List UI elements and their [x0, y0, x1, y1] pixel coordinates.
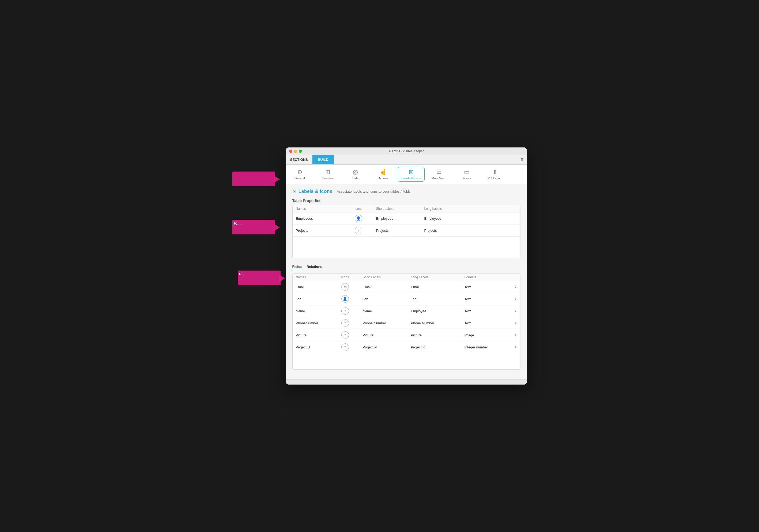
row-icon-cell[interactable]: 👤 — [355, 215, 376, 222]
fields-table-container: Names Icons Short Labels Long Labels For… — [292, 274, 520, 369]
toolbar-actions[interactable]: ☝ Actions — [370, 167, 397, 182]
field-long-label: Picture — [411, 333, 464, 337]
window-title: 4D for iOS: Time Keeper — [389, 149, 424, 153]
tab-relations[interactable]: Relations — [306, 264, 322, 270]
close-button[interactable] — [289, 150, 292, 153]
toolbar-forms-label: Forms — [462, 177, 471, 180]
field-long-label: Employee — [411, 309, 464, 313]
fields-row[interactable]: Picture ? Picture Picture Image ▲ ▼ — [293, 329, 520, 341]
field-name: Job — [296, 297, 341, 301]
table-row[interactable]: Projects ? Projects Projects — [293, 224, 520, 237]
table-properties-title: Table Properties — [292, 199, 520, 203]
toolbar-structure[interactable]: ⊞ Structure — [314, 167, 341, 182]
fcol-formats: Formats — [464, 275, 517, 279]
traffic-lights — [289, 150, 302, 153]
toolbar-data[interactable]: ◎ Data — [342, 167, 369, 182]
field-icon-cell[interactable]: ? — [341, 331, 363, 339]
format-text: Text — [464, 297, 471, 301]
field-icon-cell[interactable]: ✉ — [341, 283, 363, 291]
upload-icon[interactable]: ⬆ — [520, 157, 524, 162]
format-text: Text — [464, 321, 471, 325]
field-format[interactable]: Text ▲ ▼ — [464, 321, 517, 325]
actions-icon: ☝ — [380, 169, 387, 175]
format-text: Image — [464, 333, 474, 337]
publishing-icon: ⬆ — [492, 169, 497, 175]
person-icon: 👤 — [355, 215, 362, 222]
row-name: Employees — [296, 216, 355, 220]
toolbar-structure-label: Structure — [322, 177, 334, 180]
toolbar-publishing[interactable]: ⬆ Publishing — [481, 167, 508, 182]
field-long-label: Job — [411, 297, 464, 301]
minimize-button[interactable] — [294, 150, 297, 153]
nav-sections[interactable]: SECTIONS — [286, 155, 312, 164]
format-text: Integer number — [464, 345, 488, 349]
row-icon-cell[interactable]: ? — [355, 227, 376, 234]
field-format[interactable]: Text ▲ ▼ — [464, 309, 517, 313]
forms-icon: ▭ — [464, 169, 470, 175]
nav-build[interactable]: BUILD — [312, 155, 334, 164]
field-name: Name — [296, 309, 341, 313]
field-short-label: Email — [363, 285, 411, 289]
field-icon-cell[interactable]: ? — [341, 343, 363, 351]
format-stepper[interactable]: ▲ ▼ — [515, 321, 517, 325]
toolbar-general-label: General — [295, 177, 305, 180]
field-short-label: Picture — [363, 333, 411, 337]
field-name: ProjectID — [296, 345, 341, 349]
fcol-short-labels: Short Labels — [363, 275, 411, 279]
toolbar-data-label: Data — [352, 177, 358, 180]
maximize-button[interactable] — [299, 150, 302, 153]
field-format[interactable]: Text ▲ ▼ — [464, 285, 517, 289]
row-name: Projects — [296, 229, 355, 233]
format-stepper[interactable]: ▲ ▼ — [515, 309, 517, 313]
fcol-names: Names — [296, 275, 341, 279]
fields-row[interactable]: Job 👤 Job Job Text ▲ ▼ — [293, 293, 520, 305]
format-stepper[interactable]: ▲ ▼ — [515, 333, 517, 337]
field-short-label: Phone Number — [363, 321, 411, 325]
toolbar-main-menu[interactable]: ☰ Main Menu — [426, 167, 453, 182]
bottom-bar — [286, 379, 527, 385]
page-header: ⊠ Labels & Icons Associate labels and ic… — [292, 188, 520, 194]
fields-empty-space — [293, 353, 520, 369]
fields-row[interactable]: PhoneNumber ? Phone Number Phone Number … — [293, 317, 520, 329]
toolbar: ⚙ General ⊞ Structure ◎ Data ☝ Actions ⊠ — [286, 165, 527, 184]
tab-fields[interactable]: Fields — [292, 264, 302, 270]
field-format[interactable]: Integer number ▲ ▼ — [464, 345, 517, 349]
nav-right: ⬆ — [520, 155, 527, 164]
field-format[interactable]: Text ▲ ▼ — [464, 297, 517, 301]
format-text: Text — [464, 285, 471, 289]
fields-row[interactable]: ProjectID ? Project id Project id Intege… — [293, 341, 520, 353]
table-properties-container: Names Icons Short Labels Long Labels Emp… — [292, 205, 520, 258]
field-icon-cell[interactable]: ? — [341, 319, 363, 327]
fields-row[interactable]: Name ? Name Employee Text ▲ ▼ — [293, 305, 520, 317]
field-icon-cell[interactable]: ? — [341, 307, 363, 315]
email-icon: ✉ — [341, 283, 349, 291]
toolbar-forms[interactable]: ▭ Forms — [454, 167, 480, 182]
format-text: Text — [464, 309, 471, 313]
field-icon-cell[interactable]: 👤 — [341, 295, 363, 303]
fcol-long-labels: Long Labels — [411, 275, 464, 279]
row-long-label: Employees — [424, 216, 517, 220]
field-name: Email — [296, 285, 341, 289]
question-icon: ? — [341, 307, 349, 315]
main-window: 4D for iOS: Time Keeper SECTIONS BUILD ⬆… — [286, 147, 527, 385]
question-icon: ? — [355, 227, 362, 234]
structure-icon: ⊞ — [325, 169, 330, 175]
labels-icons-icon: ⊠ — [409, 169, 414, 175]
empty-space — [293, 237, 520, 258]
format-stepper[interactable]: ▲ ▼ — [515, 285, 517, 289]
format-stepper[interactable]: ▲ ▼ — [515, 297, 517, 301]
table-row[interactable]: Employees 👤 Employees Employees — [293, 212, 520, 224]
field-format[interactable]: Image ▲ ▼ — [464, 333, 517, 337]
field-long-label: Email — [411, 285, 464, 289]
field-long-label: Phone Number — [411, 321, 464, 325]
field-name: Picture — [296, 333, 341, 337]
toolbar-labels-icons[interactable]: ⊠ Labels & Icons — [398, 167, 424, 182]
row-long-label: Projects — [424, 229, 517, 233]
fields-row[interactable]: Email ✉ Email Email Text ▲ ▼ — [293, 281, 520, 293]
data-icon: ◎ — [353, 169, 358, 175]
toolbar-labels-icons-label: Labels & Icons — [401, 177, 420, 180]
fcol-icons: Icons — [341, 275, 363, 279]
toolbar-general[interactable]: ⚙ General — [287, 167, 313, 182]
format-stepper[interactable]: ▲ ▼ — [515, 345, 517, 349]
gear-icon: ⚙ — [297, 169, 302, 175]
